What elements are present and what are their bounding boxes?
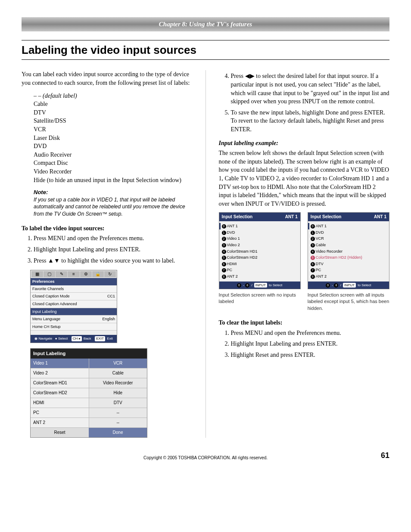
clear-heading: To clear the input labels: (219, 319, 390, 327)
caption-left: Input Selection screen with no inputs la… (219, 292, 301, 312)
label-steps-heading: To label the video input sources: (22, 224, 193, 233)
page-number: 61 (381, 450, 389, 461)
note-body: If you set up a cable box in VIDEO 1, th… (34, 196, 193, 217)
clear-steps: Press MENU and open the Preferences menu… (219, 329, 390, 359)
caption-row: Input Selection screen with no inputs la… (219, 292, 390, 312)
reset-button: Reset (31, 428, 89, 437)
right-column: Press ◀▶ to select the desired label for… (219, 70, 390, 438)
chapter-banner: Chapter 8: Using the TV's features (22, 17, 389, 31)
input-labeling-screenshot: Input Labeling Video 1VCR Video 2Cable C… (30, 348, 147, 438)
caption-right: Input Selection screen with all inputs l… (308, 292, 389, 312)
preferences-menu-screenshot: ▦▢✎≡⚙🔒↻ Preferences Favorite Channels Cl… (30, 270, 117, 343)
done-button: Done (89, 428, 147, 437)
example-body: The screen below left shows the default … (219, 149, 390, 208)
copyright: Copyright © 2005 TOSHIBA CORPORATION. Al… (143, 455, 268, 460)
note-heading: Note: (34, 189, 193, 196)
input-selection-left: Input SelectionANT 1 0ANT 1 1DVD 2Video … (219, 212, 301, 289)
label-steps-cont: Press ◀▶ to select the desired label for… (219, 72, 390, 133)
note-block: Note: If you set up a cable box in VIDEO… (34, 189, 193, 217)
footer: Copyright © 2005 TOSHIBA CORPORATION. Al… (22, 455, 389, 461)
label-steps: Press MENU and open the Preferences menu… (22, 234, 193, 265)
left-column: You can label each video input source ac… (22, 70, 193, 438)
column-divider (206, 70, 206, 438)
intro-text: You can label each video input source ac… (22, 70, 193, 87)
page-title: Labeling the video input sources (22, 40, 389, 60)
input-selection-right: Input SelectionANT 1 0ANT 1 1DVD 2VCR 3C… (308, 212, 389, 289)
label-list: – – (default label) Cable DTV Satellite/… (34, 92, 193, 185)
example-heading: Input labeling example: (219, 139, 390, 148)
